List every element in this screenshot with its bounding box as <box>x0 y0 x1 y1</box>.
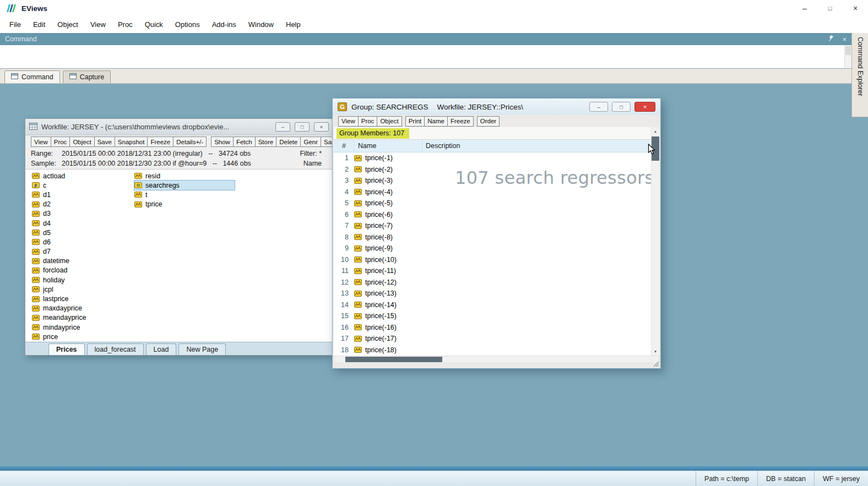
workfile-object[interactable]: mindayprice <box>32 323 134 332</box>
group-member-row[interactable]: 5 tprice(-5) <box>334 198 651 209</box>
menu-item[interactable]: Options <box>169 17 206 33</box>
resize-grip[interactable] <box>653 361 660 368</box>
command-input[interactable] <box>0 45 851 69</box>
window-maximize-button[interactable]: □ <box>817 0 843 17</box>
workfile-object[interactable]: d4 <box>32 219 134 228</box>
workfile-object[interactable]: holiday <box>32 275 134 285</box>
workfile-object[interactable]: d5 <box>32 228 134 237</box>
menu-item[interactable]: Add-ins <box>206 17 242 33</box>
group-member-row[interactable]: 9 tprice(-9) <box>334 243 651 254</box>
menu-item[interactable]: Object <box>51 17 84 33</box>
workfile-object[interactable]: d1 <box>32 190 134 199</box>
group-member-row[interactable]: 6 tprice(-6) <box>334 209 651 221</box>
workfile-toolbar-button[interactable]: Details+/- <box>173 136 207 147</box>
workfile-toolbar-button[interactable]: Delete <box>276 136 301 147</box>
horizontal-scrollbar-thumb[interactable] <box>345 357 442 362</box>
workfile-titlebar[interactable]: Workfile: JERSEY - (c:\users\thomm\eview… <box>25 119 333 135</box>
group-toolbar-button[interactable]: Freeze <box>447 116 474 127</box>
group-member-row[interactable]: 7 tprice(-7) <box>334 220 651 232</box>
group-member-row[interactable]: 13 tprice(-13) <box>334 288 651 299</box>
group-member-row[interactable]: 18 tprice(-18) <box>334 345 651 356</box>
workfile-toolbar-button[interactable]: Genr <box>300 136 321 147</box>
status-db[interactable]: DB = statcan <box>757 471 814 486</box>
workfile-toolbar-button[interactable]: View <box>31 136 51 147</box>
status-path[interactable]: Path = c:\temp <box>696 471 757 486</box>
workfile-object[interactable]: maxdayprice <box>32 304 134 313</box>
workfile-toolbar-button[interactable]: Save <box>94 136 115 147</box>
workfile-object[interactable]: datetime <box>32 256 134 266</box>
menu-item[interactable]: View <box>84 17 112 33</box>
workfile-object[interactable]: resid <box>134 171 333 181</box>
workfile-toolbar-button[interactable]: Show <box>211 136 234 147</box>
command-close-icon[interactable]: × <box>842 35 847 43</box>
column-header-description[interactable]: Description <box>422 142 651 150</box>
workfile-object[interactable]: meandayprice <box>32 313 134 323</box>
window-minimize-button[interactable]: – <box>792 0 817 17</box>
menu-item[interactable]: Quick <box>139 17 169 33</box>
workfile-toolbar-button[interactable]: Fetch <box>233 136 256 147</box>
workfile-object[interactable]: actload <box>32 171 134 181</box>
command-explorer-tab[interactable]: Command Explorer <box>851 33 868 117</box>
group-member-row[interactable]: 14 tprice(-14) <box>334 299 651 311</box>
group-member-row[interactable]: 12 tprice(-12) <box>334 277 651 288</box>
group-toolbar-button[interactable]: Object <box>377 116 402 127</box>
command-tab[interactable]: Command <box>4 70 60 83</box>
workfile-toolbar-button[interactable]: Proc <box>51 136 70 147</box>
workfile-object[interactable]: price <box>32 332 134 341</box>
workfile-toolbar-button[interactable]: Sample <box>321 136 333 147</box>
column-header-name[interactable]: Name <box>354 140 422 152</box>
workfile-object[interactable]: jcpl <box>32 285 134 294</box>
page-tab[interactable]: Prices <box>48 343 85 355</box>
group-toolbar-button[interactable]: Print <box>405 116 425 127</box>
column-header-num[interactable]: # <box>334 140 354 152</box>
menu-item[interactable]: Window <box>242 17 280 33</box>
group-toolbar-button[interactable]: Name <box>424 116 448 127</box>
workfile-minimize-button[interactable]: – <box>275 122 290 132</box>
workfile-restore-button[interactable]: □ <box>295 122 310 132</box>
workfile-toolbar-button[interactable]: Object <box>69 136 94 147</box>
command-scrollbar[interactable] <box>844 45 851 68</box>
page-tab[interactable]: load_forecast <box>87 343 144 355</box>
group-member-row[interactable]: 10 tprice(-10) <box>334 254 651 266</box>
group-maximize-button[interactable]: □ <box>612 102 631 112</box>
command-scrollbar-thumb[interactable] <box>845 46 851 55</box>
group-member-row[interactable]: 15 tprice(-15) <box>334 310 651 322</box>
workfile-object[interactable]: β c <box>32 181 134 190</box>
group-titlebar[interactable]: G Group: SEARCHREGS Workfile: JERSEY::Pr… <box>333 99 660 115</box>
workfile-object[interactable]: d6 <box>32 237 134 247</box>
group-member-row[interactable]: 8 tprice(-8) <box>334 232 651 243</box>
page-tab[interactable]: New Page <box>178 343 226 355</box>
workfile-object[interactable]: d7 <box>32 247 134 256</box>
workfile-toolbar-button[interactable]: Store <box>255 136 277 147</box>
menu-item[interactable]: Proc <box>112 17 139 33</box>
group-member-row[interactable]: 16 tprice(-16) <box>334 322 651 334</box>
workfile-object[interactable]: t <box>134 190 333 199</box>
menu-item[interactable]: File <box>3 17 27 33</box>
group-toolbar-button[interactable]: View <box>338 116 359 127</box>
vertical-scrollbar[interactable]: ▲ ▼ <box>651 127 659 356</box>
menu-item[interactable]: Help <box>280 17 307 33</box>
scroll-down-icon[interactable]: ▼ <box>652 347 659 356</box>
group-member-row[interactable]: 17 tprice(-17) <box>334 333 651 345</box>
menu-item[interactable]: Edit <box>27 17 51 33</box>
status-wf[interactable]: WF = jersey <box>814 471 868 486</box>
workfile-object[interactable]: d2 <box>32 200 134 209</box>
group-close-button[interactable]: × <box>634 102 655 112</box>
horizontal-scrollbar[interactable] <box>334 356 659 363</box>
workfile-toolbar-button[interactable]: Snapshot <box>115 136 148 147</box>
window-close-button[interactable]: × <box>843 0 868 17</box>
scroll-up-icon[interactable]: ▲ <box>652 127 659 135</box>
page-tab[interactable]: Load <box>146 343 177 355</box>
group-toolbar-button[interactable]: Order <box>477 116 500 127</box>
workfile-object[interactable]: forcload <box>32 266 134 275</box>
workfile-toolbar-button[interactable]: Freeze <box>147 136 173 147</box>
workfile-object[interactable]: G searchregs <box>134 181 235 190</box>
workfile-object[interactable]: d3 <box>32 209 134 219</box>
pin-icon[interactable] <box>828 35 834 43</box>
workfile-object[interactable]: lastprice <box>32 294 134 303</box>
group-member-row[interactable]: 1 tprice(-1) <box>334 152 651 164</box>
group-member-row[interactable]: 11 tprice(-11) <box>334 265 651 277</box>
workfile-object[interactable]: tprice <box>134 200 333 209</box>
group-minimize-button[interactable]: – <box>589 102 608 112</box>
group-toolbar-button[interactable]: Proc <box>358 116 378 127</box>
